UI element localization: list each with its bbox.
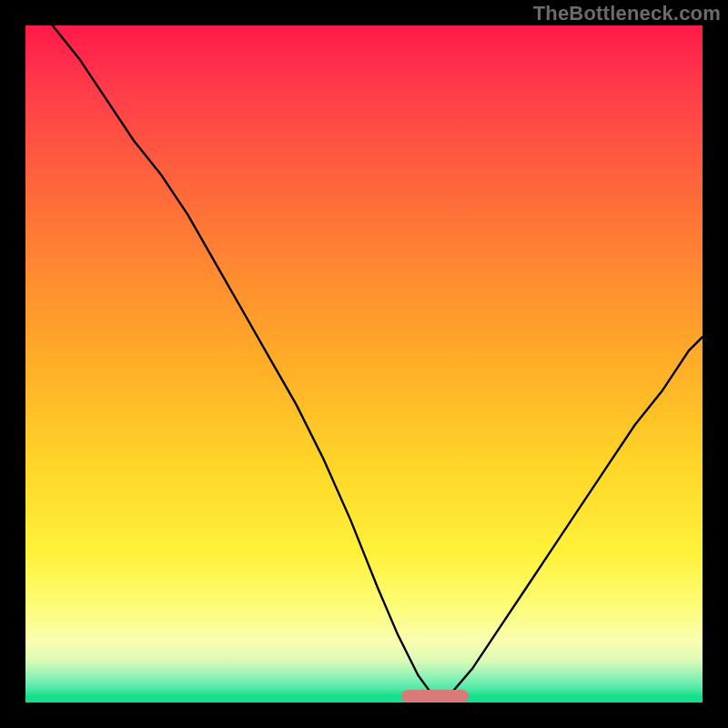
- plot-area: [25, 25, 703, 703]
- chart-frame: TheBottleneck.com: [0, 0, 728, 728]
- minimum-marker: [401, 690, 469, 703]
- bottleneck-curve: [25, 25, 703, 703]
- watermark-text: TheBottleneck.com: [533, 2, 721, 25]
